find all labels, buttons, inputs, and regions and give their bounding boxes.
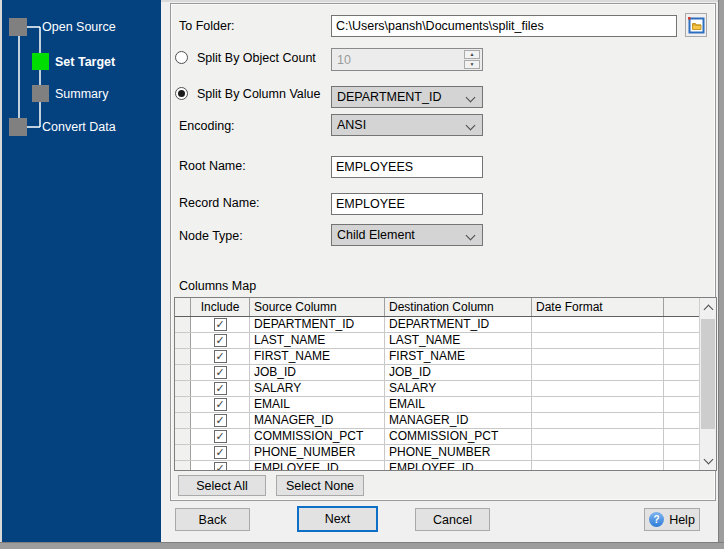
date-format-cell[interactable] bbox=[532, 349, 664, 364]
date-format-cell[interactable] bbox=[532, 333, 664, 348]
row-filler bbox=[664, 365, 699, 380]
next-button[interactable]: Next bbox=[297, 506, 378, 532]
include-cell[interactable]: ✓ bbox=[191, 413, 250, 428]
columns-map-grid: Include Source Column Destination Column… bbox=[175, 298, 699, 470]
include-header: Include bbox=[191, 298, 250, 316]
split-column-dropdown[interactable]: DEPARTMENT_ID bbox=[331, 86, 483, 108]
destination-column-cell[interactable]: EMPLOYEE_ID bbox=[385, 461, 532, 470]
source-column-cell[interactable]: EMAIL bbox=[250, 397, 385, 412]
source-column-cell[interactable]: SALARY bbox=[250, 381, 385, 396]
include-checkbox[interactable]: ✓ bbox=[214, 462, 227, 470]
include-cell[interactable]: ✓ bbox=[191, 365, 250, 380]
include-cell[interactable]: ✓ bbox=[191, 429, 250, 444]
table-row: ✓ EMAIL EMAIL bbox=[175, 397, 699, 413]
date-format-cell[interactable] bbox=[532, 365, 664, 380]
split-by-object-count-radio[interactable] bbox=[175, 51, 188, 64]
date-format-cell[interactable] bbox=[532, 317, 664, 332]
row-selector-cell[interactable] bbox=[175, 349, 191, 364]
row-selector-cell[interactable] bbox=[175, 429, 191, 444]
row-selector-cell[interactable] bbox=[175, 461, 191, 470]
include-cell[interactable]: ✓ bbox=[191, 445, 250, 460]
step-square-open-source bbox=[9, 18, 27, 36]
window-border-right bbox=[718, 0, 724, 549]
scrollbar-thumb[interactable] bbox=[701, 319, 715, 429]
source-column-cell[interactable]: FIRST_NAME bbox=[250, 349, 385, 364]
row-selector-cell[interactable] bbox=[175, 317, 191, 332]
split-by-column-value-radio[interactable] bbox=[175, 87, 188, 100]
date-format-cell[interactable] bbox=[532, 461, 664, 470]
include-checkbox[interactable]: ✓ bbox=[214, 318, 227, 331]
source-column-cell[interactable]: MANAGER_ID bbox=[250, 413, 385, 428]
cancel-button[interactable]: Cancel bbox=[415, 508, 490, 531]
date-format-cell[interactable] bbox=[532, 413, 664, 428]
table-row: ✓ JOB_ID JOB_ID bbox=[175, 365, 699, 381]
include-checkbox[interactable]: ✓ bbox=[214, 398, 227, 411]
source-column-cell[interactable]: COMMISSION_PCT bbox=[250, 429, 385, 444]
destination-column-cell[interactable]: FIRST_NAME bbox=[385, 349, 532, 364]
node-type-dropdown[interactable]: Child Element bbox=[331, 224, 483, 246]
include-checkbox[interactable]: ✓ bbox=[214, 350, 227, 363]
split-by-object-count-label[interactable]: Split By Object Count bbox=[197, 51, 316, 65]
row-selector-cell[interactable] bbox=[175, 397, 191, 412]
destination-column-cell[interactable]: EMAIL bbox=[385, 397, 532, 412]
row-filler bbox=[664, 317, 699, 332]
destination-column-cell[interactable]: MANAGER_ID bbox=[385, 413, 532, 428]
record-name-input[interactable] bbox=[331, 193, 483, 215]
destination-column-cell[interactable]: JOB_ID bbox=[385, 365, 532, 380]
row-selector-cell[interactable] bbox=[175, 333, 191, 348]
include-checkbox[interactable]: ✓ bbox=[214, 446, 227, 459]
columns-map-table: Include Source Column Destination Column… bbox=[174, 297, 717, 471]
date-format-cell[interactable] bbox=[532, 445, 664, 460]
step-square-convert-data bbox=[9, 118, 27, 136]
date-format-cell[interactable] bbox=[532, 397, 664, 412]
encoding-dropdown[interactable]: ANSI bbox=[331, 114, 483, 136]
chevron-down-icon bbox=[703, 454, 713, 464]
select-all-button[interactable]: Select All bbox=[178, 475, 266, 496]
record-name-label: Record Name: bbox=[179, 196, 260, 210]
source-column-cell[interactable]: LAST_NAME bbox=[250, 333, 385, 348]
date-format-cell[interactable] bbox=[532, 429, 664, 444]
include-checkbox[interactable]: ✓ bbox=[214, 430, 227, 443]
row-selector-cell[interactable] bbox=[175, 413, 191, 428]
root-name-label: Root Name: bbox=[179, 159, 246, 173]
columns-map-title: Columns Map bbox=[179, 279, 256, 293]
include-cell[interactable]: ✓ bbox=[191, 461, 250, 470]
include-cell[interactable]: ✓ bbox=[191, 381, 250, 396]
browse-folder-button[interactable] bbox=[685, 13, 707, 37]
destination-column-cell[interactable]: COMMISSION_PCT bbox=[385, 429, 532, 444]
include-cell[interactable]: ✓ bbox=[191, 349, 250, 364]
include-checkbox[interactable]: ✓ bbox=[214, 366, 227, 379]
source-column-cell[interactable]: DEPARTMENT_ID bbox=[250, 317, 385, 332]
row-selector-cell[interactable] bbox=[175, 381, 191, 396]
node-type-selected: Child Element bbox=[337, 228, 415, 242]
row-selector-cell[interactable] bbox=[175, 445, 191, 460]
destination-column-cell[interactable]: SALARY bbox=[385, 381, 532, 396]
source-column-cell[interactable]: PHONE_NUMBER bbox=[250, 445, 385, 460]
include-cell[interactable]: ✓ bbox=[191, 333, 250, 348]
source-column-cell[interactable]: EMPLOYEE_ID bbox=[250, 461, 385, 470]
split-by-column-value-label[interactable]: Split By Column Value bbox=[197, 87, 320, 101]
vertical-scrollbar[interactable] bbox=[699, 298, 716, 470]
row-selector-cell[interactable] bbox=[175, 365, 191, 380]
destination-column-cell[interactable]: DEPARTMENT_ID bbox=[385, 317, 532, 332]
root-name-input[interactable] bbox=[331, 156, 483, 178]
destination-column-cell[interactable]: PHONE_NUMBER bbox=[385, 445, 532, 460]
row-filler bbox=[664, 381, 699, 396]
source-column-cell[interactable]: JOB_ID bbox=[250, 365, 385, 380]
back-button[interactable]: Back bbox=[175, 508, 250, 531]
include-cell[interactable]: ✓ bbox=[191, 317, 250, 332]
select-none-button[interactable]: Select None bbox=[276, 475, 364, 496]
chevron-up-icon bbox=[703, 304, 713, 314]
scroll-up-button[interactable] bbox=[700, 299, 716, 316]
include-checkbox[interactable]: ✓ bbox=[214, 382, 227, 395]
include-cell[interactable]: ✓ bbox=[191, 397, 250, 412]
include-checkbox[interactable]: ✓ bbox=[214, 414, 227, 427]
object-count-spinner: 10 ▲ ▼ bbox=[331, 48, 483, 71]
columns-map-header-row: Include Source Column Destination Column… bbox=[175, 298, 699, 317]
to-folder-input[interactable] bbox=[331, 15, 677, 37]
help-button[interactable]: ? Help bbox=[644, 508, 700, 531]
include-checkbox[interactable]: ✓ bbox=[214, 334, 227, 347]
date-format-cell[interactable] bbox=[532, 381, 664, 396]
destination-column-cell[interactable]: LAST_NAME bbox=[385, 333, 532, 348]
scroll-down-button[interactable] bbox=[700, 452, 716, 469]
